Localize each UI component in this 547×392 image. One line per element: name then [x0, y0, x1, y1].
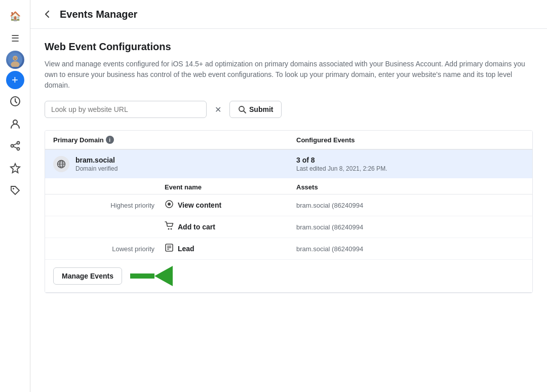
sidebar: 🏠 ☰ +	[0, 0, 30, 392]
page-header: Events Manager	[30, 0, 547, 29]
sidebar-item-add[interactable]: +	[6, 71, 24, 89]
svg-line-11	[13, 143, 17, 145]
event-name-cell-2: Add to cart	[165, 221, 296, 232]
svg-point-23	[168, 203, 171, 206]
sidebar-item-person[interactable]	[5, 113, 25, 134]
event-assets-3: bram.social (86240994	[296, 245, 524, 253]
svg-point-7	[13, 120, 17, 124]
sidebar-item-home[interactable]: 🏠	[5, 6, 25, 26]
view-content-icon	[165, 200, 174, 211]
search-icon	[238, 105, 246, 113]
event-priority-3: Lowest priority	[53, 245, 165, 253]
add-to-cart-icon	[165, 221, 174, 232]
svg-point-24	[168, 228, 170, 230]
svg-point-25	[171, 228, 172, 230]
svg-marker-13	[11, 164, 20, 173]
clear-button[interactable]: ✕	[211, 102, 225, 117]
sidebar-item-clock[interactable]	[5, 91, 25, 111]
svg-point-8	[11, 145, 13, 147]
domain-name: bram.social	[75, 156, 118, 164]
svg-line-16	[244, 111, 246, 113]
svg-point-4	[14, 58, 15, 59]
page-title: Events Manager	[60, 9, 137, 20]
events-table-header: Event name Assets	[45, 178, 532, 194]
events-count: 3 of 8	[296, 156, 524, 164]
content-area: Web Event Configurations View and manage…	[30, 29, 547, 392]
event-name-2: Add to cart	[178, 223, 215, 231]
events-date: Last edited Jun 8, 2021, 2:26 PM.	[296, 165, 524, 172]
info-icon[interactable]: i	[106, 136, 114, 144]
domain-status: Domain verified	[75, 165, 118, 172]
event-row: Lowest priority Lead	[45, 238, 532, 260]
event-row: Highest priority View content bram.socia…	[45, 194, 532, 216]
arrow-body	[130, 273, 154, 279]
sidebar-item-share[interactable]	[5, 136, 25, 156]
domain-events-summary: 3 of 8 Last edited Jun 8, 2021, 2:26 PM.	[296, 156, 524, 172]
domain-table: Primary Domain i Configured Events	[45, 130, 533, 293]
domain-row-wrapper: bram.social Domain verified 3 of 8 Last …	[45, 150, 532, 293]
event-assets-1: bram.social (86240994	[296, 202, 524, 209]
table-header: Primary Domain i Configured Events	[45, 131, 532, 150]
manage-events-row: Manage Events	[45, 260, 532, 292]
domain-row[interactable]: bram.social Domain verified 3 of 8 Last …	[45, 150, 532, 178]
svg-point-5	[16, 58, 17, 59]
svg-line-12	[13, 146, 17, 148]
event-row: Add to cart bram.social (86240994	[45, 216, 532, 238]
main-content: Events Manager Web Event Configurations …	[30, 0, 547, 392]
search-input-wrapper[interactable]	[45, 101, 207, 118]
search-bar: ✕ Submit	[45, 101, 533, 118]
svg-point-10	[17, 148, 19, 150]
globe-icon	[53, 156, 69, 172]
domain-info: bram.social Domain verified	[53, 156, 296, 172]
search-input[interactable]	[51, 105, 200, 113]
section-title: Web Event Configurations	[45, 41, 533, 53]
col-header-domain: Primary Domain i	[53, 136, 296, 144]
event-name-3: Lead	[178, 245, 194, 253]
event-name-cell-1: View content	[165, 200, 296, 211]
eth-event-name: Event name	[165, 183, 296, 191]
submit-button[interactable]: Submit	[229, 101, 282, 118]
arrow-indicator	[130, 266, 173, 286]
sidebar-item-star[interactable]	[5, 158, 25, 178]
eth-assets: Assets	[296, 183, 524, 191]
events-expanded: Event name Assets Highest priority	[45, 178, 532, 292]
svg-point-14	[13, 188, 14, 189]
svg-point-3	[13, 56, 17, 60]
description-text: View and manage events configured for iO…	[45, 59, 531, 91]
domain-details: bram.social Domain verified	[75, 156, 118, 172]
lead-icon	[165, 243, 174, 254]
green-arrow	[154, 266, 173, 286]
submit-label: Submit	[249, 105, 273, 113]
avatar[interactable]	[6, 51, 24, 69]
event-assets-2: bram.social (86240994	[296, 223, 524, 231]
back-button[interactable]	[41, 7, 55, 21]
sidebar-item-menu[interactable]: ☰	[5, 28, 25, 49]
manage-events-button[interactable]: Manage Events	[53, 267, 122, 285]
event-name-1: View content	[178, 201, 221, 209]
event-name-cell-3: Lead	[165, 243, 296, 254]
col-header-events: Configured Events	[296, 136, 524, 144]
sidebar-item-tag[interactable]	[5, 180, 25, 201]
event-priority-1: Highest priority	[53, 202, 165, 209]
svg-point-9	[17, 142, 19, 144]
